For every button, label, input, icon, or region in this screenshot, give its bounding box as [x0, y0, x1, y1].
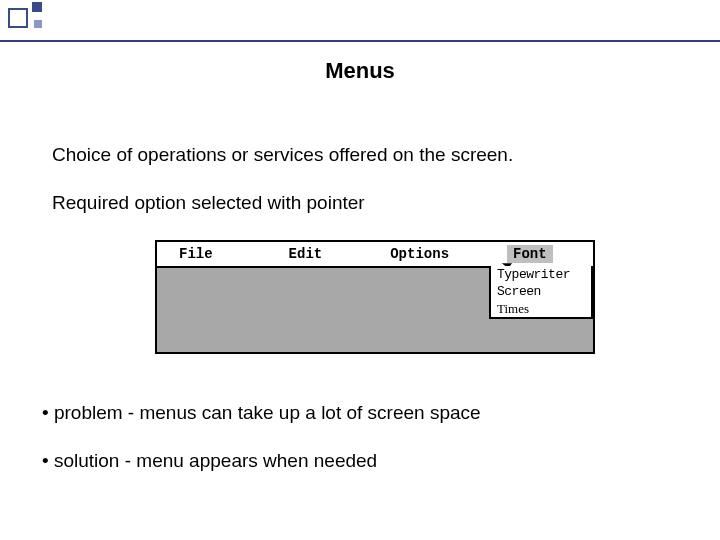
menu-item-file[interactable]: File — [175, 246, 217, 262]
menubar: File Edit Options Font ➤ — [155, 240, 595, 268]
dropdown-item-times[interactable]: Times — [491, 300, 591, 317]
bullet-problem: • problem - menus can take up a lot of s… — [42, 402, 481, 424]
menu-illustration: File Edit Options Font ➤ Typewriter Scre… — [155, 240, 595, 356]
menu-item-font-wrap[interactable]: Font ➤ — [507, 245, 553, 263]
slide-top-rule — [0, 40, 720, 42]
menu-item-options[interactable]: Options — [386, 246, 453, 262]
body-line-1: Choice of operations or services offered… — [52, 144, 513, 166]
body-line-2: Required option selected with pointer — [52, 192, 365, 214]
slide-title: Menus — [0, 58, 720, 84]
decor-square-light — [34, 20, 42, 28]
decor-square-dark — [32, 2, 42, 12]
menu-item-edit[interactable]: Edit — [285, 246, 327, 262]
decor-square-outline — [8, 8, 28, 28]
menu-item-font: Font — [507, 245, 553, 263]
slide-corner-decoration — [0, 0, 100, 45]
dropdown-item-typewriter[interactable]: Typewriter — [491, 266, 591, 283]
font-dropdown: Typewriter Screen Times — [489, 266, 593, 319]
dropdown-item-screen[interactable]: Screen — [491, 283, 591, 300]
bullet-solution: • solution - menu appears when needed — [42, 450, 377, 472]
